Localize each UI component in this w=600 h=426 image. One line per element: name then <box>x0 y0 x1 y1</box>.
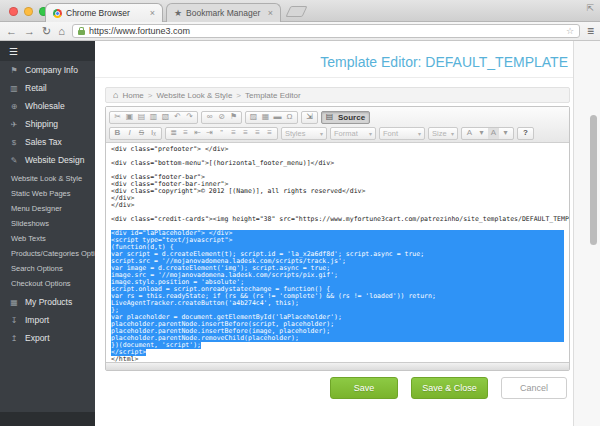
size-dropdown[interactable]: Size ▾ <box>428 127 458 140</box>
tab-chrome-browser[interactable]: Chrome Browser × <box>45 3 163 22</box>
code-line: </div> <box>111 202 564 209</box>
sidebar-item-label: Shipping <box>25 119 58 129</box>
editor-resize-bar[interactable] <box>106 362 569 370</box>
browser-menu-icon[interactable]: ≡ <box>587 25 594 37</box>
source-code-textarea[interactable]: <div class="prefooter"> </div><div class… <box>106 143 569 362</box>
code-line: <div class="prefooter"> </div> <box>111 146 564 153</box>
anchor-icon[interactable]: ⚑ <box>228 112 239 123</box>
align-justify-icon[interactable]: ≡ <box>264 128 275 139</box>
sidebar-menu-toggle[interactable]: ☰ <box>0 41 95 61</box>
image-icon[interactable]: ▨ <box>248 112 259 123</box>
styles-dropdown[interactable]: Styles ▾ <box>281 127 327 140</box>
sidebar-subitem[interactable]: Website Look & Style <box>0 171 95 186</box>
plane-icon: ✈ <box>9 120 19 129</box>
cut-icon[interactable]: ✂ <box>112 112 123 123</box>
text-color-icon[interactable]: A <box>464 128 475 139</box>
outdent-icon[interactable]: ⇤ <box>192 128 203 139</box>
sidebar-item-company-info[interactable]: ⚑ Company Info <box>0 61 95 79</box>
code-line: LiveAgentTracker.createButton('a4b274c4'… <box>111 300 564 307</box>
link-icon[interactable]: ∞ <box>204 112 215 123</box>
font-dropdown[interactable]: Font ▾ <box>379 127 425 140</box>
back-icon[interactable]: ← <box>6 26 17 37</box>
about-icon[interactable]: ? <box>520 128 531 139</box>
bookmark-star-icon[interactable]: ☆ <box>566 26 574 36</box>
scrollbar-thumb[interactable] <box>590 115 597 245</box>
breadcrumb-website-look-style[interactable]: Website Look & Style <box>156 91 232 100</box>
address-bar: ← → ↻ ⌂ https://www.fortune3.com ☆ ≡ <box>0 22 600 41</box>
bullet-list-icon[interactable]: ≡ <box>180 128 191 139</box>
maximize-icon[interactable]: ⇲ <box>304 112 315 123</box>
sidebar-subitem[interactable]: Checkout Options <box>0 276 95 291</box>
size-label: Size <box>432 129 447 138</box>
sidebar-item-shipping[interactable]: ✈ Shipping <box>0 115 95 133</box>
chevron-down-icon: ▾ <box>451 130 454 137</box>
sidebar-subitem[interactable]: Static Web Pages <box>0 186 95 201</box>
remove-format-icon[interactable]: Iₓ <box>148 128 159 139</box>
paste-word-icon[interactable]: ▧ <box>160 112 171 123</box>
sidebar-item-wholesale[interactable]: ⊕ Wholesale <box>0 97 95 115</box>
close-window-button[interactable] <box>9 7 18 16</box>
sidebar-item-my-products[interactable]: ▦ My Products <box>0 293 95 311</box>
sidebar-subitem[interactable]: Web Texts <box>0 231 95 246</box>
italic-icon[interactable]: I <box>124 128 135 139</box>
sidebar-item-label: Website Design <box>25 155 84 165</box>
save-button[interactable]: Save <box>330 377 398 399</box>
sidebar-subitem[interactable]: Slideshows <box>0 216 95 231</box>
save-and-close-button[interactable]: Save & Close <box>411 377 488 399</box>
expand-window-icon[interactable]: ⇱ <box>586 3 594 13</box>
bg-color-icon[interactable]: A <box>488 128 499 139</box>
sidebar-item-label: Sales Tax <box>25 137 62 147</box>
reload-icon[interactable]: ↻ <box>42 26 51 37</box>
align-left-icon[interactable]: ≡ <box>228 128 239 139</box>
code-line: </script> <box>111 349 564 356</box>
minimize-window-button[interactable] <box>24 7 33 16</box>
url-input[interactable]: https://www.fortune3.com ☆ <box>72 24 580 38</box>
table-icon[interactable]: ▦ <box>260 112 271 123</box>
tab-bookmark-manager[interactable]: ★ Bookmark Manager × <box>166 3 281 22</box>
sidebar-item-sales-tax[interactable]: $ Sales Tax <box>0 133 95 151</box>
source-label: Source <box>336 113 367 122</box>
indent-icon[interactable]: ⇥ <box>204 128 215 139</box>
sidebar-item-import[interactable]: ↧ Import <box>0 311 95 329</box>
copy-icon[interactable]: ▣ <box>124 112 135 123</box>
special-char-icon[interactable]: Ω <box>284 112 295 123</box>
breadcrumb-home[interactable]: Home <box>122 91 143 100</box>
sidebar-item-website-design[interactable]: ✎ Website Design <box>0 151 95 169</box>
sidebar-item-retail[interactable]: ▥ Retail <box>0 79 95 97</box>
source-button[interactable]: ▤ Source <box>321 111 370 124</box>
align-center-icon[interactable]: ≡ <box>240 128 251 139</box>
format-dropdown[interactable]: Format ▾ <box>330 127 376 140</box>
sidebar-item-label: Company Info <box>25 65 78 75</box>
unlink-icon[interactable]: ⊘ <box>216 112 227 123</box>
cancel-button[interactable]: Cancel <box>501 377 567 399</box>
bold-icon[interactable]: B <box>112 128 123 139</box>
code-line: })(document, 'script'); <box>111 342 564 349</box>
sidebar-item-export[interactable]: ↥ Export <box>0 329 95 347</box>
download-icon: ↧ <box>9 316 19 325</box>
paste-text-icon[interactable]: ▥ <box>148 112 159 123</box>
horizontal-rule-icon[interactable]: ▬ <box>272 112 283 123</box>
blockquote-icon[interactable]: ” <box>216 128 227 139</box>
undo-icon[interactable]: ↶ <box>172 112 183 123</box>
numbered-list-icon[interactable]: ≣ <box>168 128 179 139</box>
strikethrough-icon[interactable]: S <box>136 128 147 139</box>
page-scrollbar-track[interactable] <box>573 41 600 426</box>
redo-icon[interactable]: ↷ <box>184 112 195 123</box>
forward-icon[interactable]: → <box>24 26 35 37</box>
align-right-icon[interactable]: ≡ <box>252 128 263 139</box>
sidebar-subitem[interactable]: Products/Categories Options <box>0 246 95 261</box>
sidebar-subitem[interactable]: Menu Designer <box>0 201 95 216</box>
editor-toolbar: ✂ ▣ ▤ ▥ ▧ ↶ ↷ ∞ ⊘ ⚑ <box>106 107 569 143</box>
code-line: <div class="bottom-menu">[(horizontal_fo… <box>111 160 564 167</box>
paste-icon[interactable]: ▤ <box>136 112 147 123</box>
new-tab-button[interactable] <box>285 6 307 17</box>
code-line: <div class="credit-cards"><img height="3… <box>111 216 564 223</box>
close-tab-icon[interactable]: × <box>268 9 273 18</box>
close-tab-icon[interactable]: × <box>150 9 155 18</box>
flag-icon: ⚑ <box>9 66 19 75</box>
boxes-icon: ▦ <box>9 298 19 307</box>
coin-icon: $ <box>9 138 19 147</box>
home-icon[interactable]: ⌂ <box>58 26 65 37</box>
sidebar-subitem[interactable]: Search Options <box>0 261 95 276</box>
tab-title: Bookmark Manager <box>186 8 260 18</box>
